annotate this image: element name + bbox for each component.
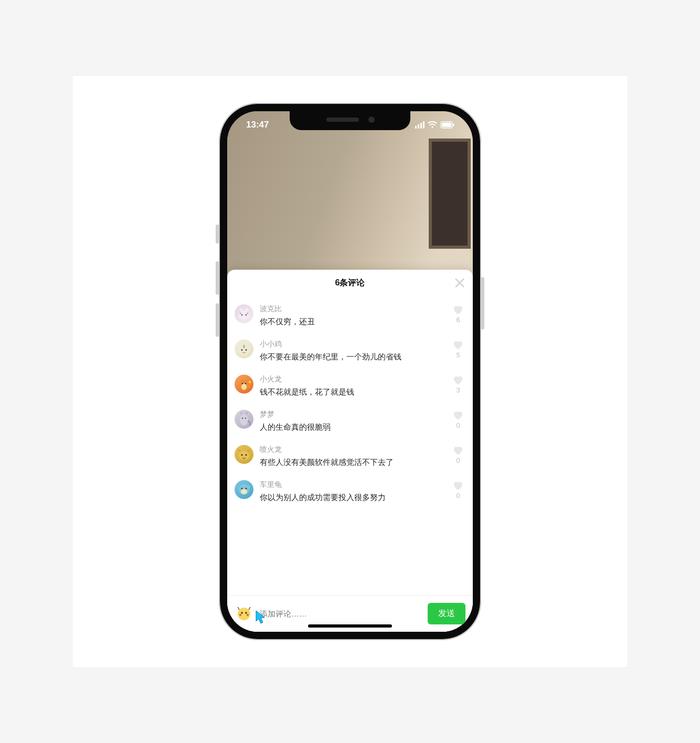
- svg-point-5: [245, 308, 248, 311]
- commenter-name: 车里龟: [260, 480, 444, 490]
- svg-point-23: [246, 454, 247, 456]
- comment-body: 波克比你不仅穷，还丑: [260, 304, 444, 327]
- heart-icon: [452, 375, 464, 385]
- comment-text: 人的生命真的很脆弱: [260, 421, 444, 432]
- like-button[interactable]: 3: [451, 375, 465, 394]
- comment-list[interactable]: 波克比你不仅穷，还丑6小小鸡你不要在最美的年纪里，一个劲儿的省钱5小火龙钱不花就…: [227, 296, 473, 595]
- my-avatar: [235, 604, 253, 623]
- like-count: 5: [456, 351, 460, 359]
- screen: 13:47 6条评论: [227, 111, 473, 632]
- like-count: 0: [456, 421, 460, 429]
- battery-icon: [440, 121, 455, 129]
- comment-input[interactable]: [260, 609, 421, 618]
- svg-point-6: [241, 314, 243, 316]
- like-count: 0: [456, 492, 460, 500]
- document-frame: 13:47 6条评论: [72, 75, 628, 668]
- svg-point-29: [241, 612, 242, 613]
- svg-point-4: [240, 308, 243, 311]
- sheet-title: 6条评论: [335, 278, 365, 289]
- svg-point-20: [245, 418, 246, 419]
- svg-point-14: [241, 384, 247, 390]
- svg-point-25: [241, 489, 247, 494]
- avatar: [235, 445, 253, 464]
- svg-rect-1: [442, 123, 451, 127]
- heart-icon: [452, 445, 464, 455]
- comment-item[interactable]: 波克比你不仅穷，还丑6: [235, 298, 465, 333]
- commenter-name: 小小鸡: [260, 339, 444, 349]
- status-icons: [415, 121, 455, 129]
- heart-icon: [452, 410, 464, 420]
- heart-icon: [452, 480, 464, 491]
- svg-point-8: [240, 313, 241, 314]
- svg-point-22: [241, 454, 243, 456]
- comment-item[interactable]: 小小鸡你不要在最美的年纪里，一个劲儿的省钱5: [235, 333, 465, 368]
- notch: [290, 111, 410, 130]
- comment-item[interactable]: 梦梦人的生命真的很脆弱0: [235, 404, 465, 439]
- svg-point-15: [242, 383, 243, 385]
- heart-icon: [452, 304, 464, 315]
- svg-point-27: [245, 487, 247, 489]
- comment-body: 喷火龙有些人没有美颜软件就感觉活不下去了: [260, 445, 444, 468]
- like-count: 3: [456, 386, 460, 394]
- avatar: [235, 375, 253, 394]
- comment-body: 小火龙钱不花就是纸，花了就是钱: [260, 375, 444, 397]
- svg-rect-2: [453, 124, 454, 126]
- svg-point-7: [246, 314, 247, 316]
- comment-body: 梦梦人的生命真的很脆弱: [260, 410, 444, 432]
- svg-point-18: [240, 414, 248, 426]
- svg-point-32: [247, 614, 249, 616]
- svg-point-19: [242, 418, 243, 419]
- status-time: 13:47: [246, 120, 269, 130]
- close-icon: [454, 277, 465, 289]
- svg-point-17: [249, 381, 251, 383]
- comment-text: 你以为别人的成功需要投入很多努力: [260, 492, 444, 503]
- commenter-name: 波克比: [260, 304, 444, 314]
- svg-point-9: [247, 313, 248, 314]
- side-button: [216, 303, 219, 337]
- svg-point-12: [246, 349, 247, 351]
- svg-point-16: [245, 383, 247, 385]
- comment-text: 钱不花就是纸，花了就是钱: [260, 386, 444, 397]
- heart-icon: [452, 339, 464, 350]
- send-button[interactable]: 发送: [428, 603, 465, 624]
- background-detail: [429, 139, 471, 249]
- comment-text: 你不仅穷，还丑: [260, 316, 444, 327]
- side-button: [481, 277, 484, 330]
- comment-body: 车里龟你以为别人的成功需要投入很多努力: [260, 480, 444, 503]
- comment-item[interactable]: 小火龙钱不花就是纸，花了就是钱3: [235, 368, 465, 404]
- signal-icon: [415, 121, 425, 129]
- side-button: [216, 225, 219, 243]
- comments-sheet: 6条评论 波克比你不仅穷，还丑6小小鸡你不要在最美的年纪里，一个劲儿的省钱5小火…: [227, 270, 473, 632]
- svg-point-11: [241, 349, 243, 351]
- like-button[interactable]: 0: [451, 480, 465, 500]
- wifi-icon: [428, 121, 437, 129]
- comment-text: 你不要在最美的年纪里，一个劲儿的省钱: [260, 351, 444, 362]
- avatar: [235, 304, 253, 323]
- comment-body: 小小鸡你不要在最美的年纪里，一个劲儿的省钱: [260, 339, 444, 362]
- svg-point-31: [239, 614, 241, 616]
- comment-item[interactable]: 车里龟你以为别人的成功需要投入很多努力0: [235, 474, 465, 509]
- phone-mock: 13:47 6条评论: [220, 104, 480, 639]
- comment-text: 有些人没有美颜软件就感觉活不下去了: [260, 457, 444, 468]
- like-count: 6: [456, 316, 460, 324]
- sheet-header: 6条评论: [227, 270, 473, 296]
- like-button[interactable]: 5: [451, 339, 465, 359]
- home-indicator[interactable]: [308, 624, 392, 628]
- like-button[interactable]: 0: [451, 445, 465, 464]
- svg-point-30: [245, 612, 247, 613]
- avatar: [235, 339, 253, 358]
- avatar: [235, 410, 253, 429]
- commenter-name: 梦梦: [260, 410, 444, 419]
- svg-point-3: [238, 311, 250, 320]
- avatar: [235, 480, 253, 499]
- close-button[interactable]: [452, 275, 468, 291]
- like-button[interactable]: 0: [451, 410, 465, 429]
- commenter-name: 喷火龙: [260, 445, 444, 454]
- side-button: [216, 261, 219, 295]
- svg-point-26: [241, 487, 242, 489]
- svg-point-28: [238, 608, 250, 620]
- commenter-name: 小火龙: [260, 375, 444, 384]
- comment-item[interactable]: 喷火龙有些人没有美颜软件就感觉活不下去了0: [235, 439, 465, 474]
- like-button[interactable]: 6: [451, 304, 465, 324]
- like-count: 0: [456, 457, 460, 464]
